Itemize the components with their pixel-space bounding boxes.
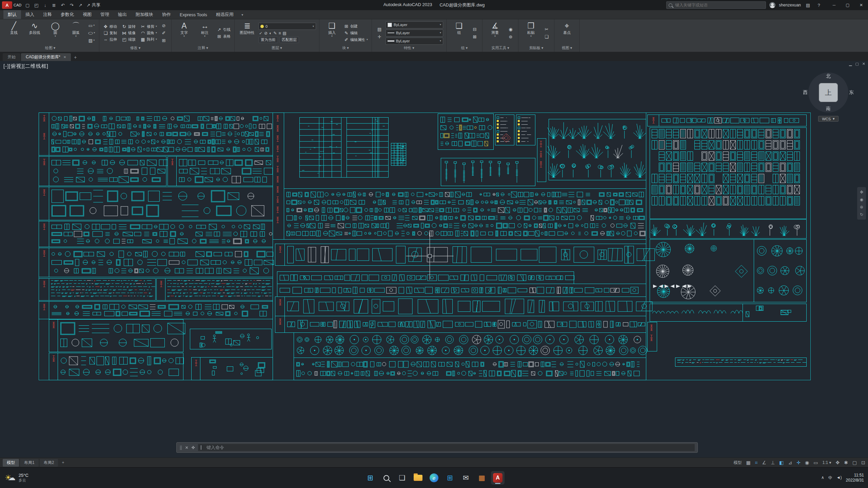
layout-tab-布局1[interactable]: 布局1 bbox=[20, 459, 39, 467]
explode-icon[interactable]: ✐ bbox=[159, 30, 168, 36]
ribbon-button-文字[interactable]: A文字▾ bbox=[175, 20, 194, 45]
search-input[interactable] bbox=[674, 2, 764, 8]
ribbon-button-移动[interactable]: ✥移动 bbox=[102, 24, 118, 29]
erase-icon[interactable]: ⊘ bbox=[159, 22, 168, 29]
maximize-button[interactable]: ▢ bbox=[841, 0, 854, 10]
tray-icon-0[interactable]: ∧ bbox=[821, 475, 824, 481]
panel-label-注释[interactable]: 注释 ▾ bbox=[172, 45, 234, 52]
nav-tool-icon-1[interactable]: ◉ bbox=[860, 197, 863, 202]
properties-icon[interactable]: ▤ bbox=[375, 26, 384, 33]
panel-label-特性[interactable]: 特性 ▾ bbox=[372, 45, 446, 52]
ribbon-tab-6[interactable]: 输出 bbox=[114, 10, 131, 19]
status-toggle-2[interactable]: ⌗ bbox=[755, 460, 758, 466]
viewcube[interactable]: 北 南 西 东 上 WCS ▾ bbox=[803, 73, 854, 122]
ribbon-button-旋转[interactable]: ↻旋转 bbox=[121, 24, 136, 29]
file-tab-1[interactable]: CAD超级分类图库*✕ bbox=[21, 53, 71, 61]
layer-tool-icon-1[interactable]: ⊘ bbox=[264, 31, 268, 36]
ribbon-button-编辑属性[interactable]: ✐编辑属性▾ bbox=[343, 37, 369, 43]
ribbon-tab-more-icon[interactable]: ▾ bbox=[238, 10, 247, 19]
ribbon-tab-2[interactable]: 注释 bbox=[39, 10, 56, 19]
panel-label-绘图[interactable]: 绘图 ▾ bbox=[1, 45, 99, 52]
new-layout-button[interactable]: + bbox=[59, 460, 67, 466]
undo-icon[interactable]: ↶ bbox=[59, 1, 67, 9]
ribbon-button-阵列[interactable]: ▦阵列▾ bbox=[140, 37, 158, 42]
status-toggle-1[interactable]: ▦ bbox=[746, 460, 750, 465]
command-close-icon[interactable]: ✕ bbox=[185, 445, 189, 450]
doc-minimize-icon[interactable]: ▁ bbox=[849, 62, 852, 66]
ribbon-tab-9[interactable]: Express Tools bbox=[175, 10, 212, 19]
panel-label-剪贴板[interactable]: 剪贴板 ▾ bbox=[518, 45, 554, 52]
compass-east[interactable]: 东 bbox=[849, 89, 854, 96]
doc-close-icon[interactable]: ✕ bbox=[862, 62, 865, 66]
panel-label-实用工具[interactable]: 实用工具 ▾ bbox=[482, 45, 518, 52]
mail-icon[interactable]: ✉ bbox=[459, 471, 473, 485]
ribbon-tab-10[interactable]: 精选应用 bbox=[212, 10, 238, 19]
offset-icon[interactable]: ⊞ bbox=[159, 37, 168, 44]
ribbon-tab-7[interactable]: 附加模块 bbox=[131, 10, 158, 19]
status-toggle-8[interactable]: ◉ bbox=[805, 460, 809, 465]
wcs-selector[interactable]: WCS ▾ bbox=[818, 116, 838, 122]
status-toggle-0[interactable]: 模型 bbox=[733, 460, 742, 466]
quick-select-icon[interactable]: ◉ bbox=[506, 26, 515, 33]
rectangle-icon[interactable]: ▭▾ bbox=[87, 22, 96, 29]
compass-west[interactable]: 西 bbox=[803, 89, 808, 96]
start-icon[interactable]: ⊞ bbox=[363, 471, 377, 485]
viewcube-compass[interactable]: 北 南 西 东 上 bbox=[808, 73, 848, 113]
ribbon-button-图层特性[interactable]: ≣图层特性 bbox=[238, 20, 257, 45]
ribbon-button-表格[interactable]: ⊞表格 bbox=[216, 34, 231, 39]
ribbon-tab-1[interactable]: 插入 bbox=[21, 10, 39, 19]
ribbon-button-圆[interactable]: ◯圆▾ bbox=[46, 20, 65, 45]
ribbon-button-置为当前[interactable]: 置为当前 bbox=[258, 37, 278, 43]
search-icon[interactable] bbox=[379, 471, 393, 485]
user-name[interactable]: shenzexuan bbox=[779, 3, 801, 7]
taskbar-weather-widget[interactable]: ☀☁ 25°C 多云 bbox=[5, 473, 28, 483]
user-avatar[interactable] bbox=[769, 2, 775, 8]
ribbon-button-多段线[interactable]: ∿多段线 bbox=[25, 20, 44, 45]
navigation-bar[interactable]: ✥◉⊕↻ bbox=[857, 187, 866, 220]
autocad-icon[interactable]: A bbox=[491, 471, 505, 485]
ribbon-tab-0[interactable]: 默认 bbox=[3, 10, 21, 19]
redo-icon[interactable]: ↷ bbox=[67, 1, 76, 9]
ribbon-button-直线[interactable]: ╱直线 bbox=[4, 20, 23, 45]
ribbon-button-复制[interactable]: ❏复制 bbox=[102, 30, 118, 36]
ribbon-tab-4[interactable]: 视图 bbox=[78, 10, 96, 19]
nav-tool-icon-2[interactable]: ⊕ bbox=[860, 205, 863, 209]
copy-clip-icon[interactable]: ❏ bbox=[542, 34, 551, 40]
plot-icon[interactable]: ≣ bbox=[50, 1, 58, 9]
ribbon-button-拉伸[interactable]: ⇔拉伸 bbox=[102, 37, 118, 42]
ribbon-button-测量[interactable]: ∡测量▾ bbox=[486, 20, 505, 45]
viewcube-top-face[interactable]: 上 bbox=[819, 83, 838, 102]
panel-label-修改[interactable]: 修改 ▾ bbox=[99, 45, 171, 52]
ribbon-tab-3[interactable]: 参数化 bbox=[56, 10, 78, 19]
ribbon-button-圆角[interactable]: ◠圆角▾ bbox=[140, 30, 158, 36]
ribbon-button-修剪[interactable]: ✂修剪▾ bbox=[140, 24, 158, 29]
command-input[interactable]: 键入命令 bbox=[198, 444, 695, 451]
layer-tool-icon-3[interactable]: ✎ bbox=[273, 31, 277, 36]
group-edit-icon[interactable]: ⊠ bbox=[470, 34, 479, 40]
minimize-button[interactable]: ─ bbox=[827, 0, 841, 10]
layer-tool-icon-0[interactable]: ✓ bbox=[259, 31, 262, 36]
ribbon-button-编辑[interactable]: ✎编辑 bbox=[343, 30, 369, 36]
ribbon-button-插入[interactable]: ❑插入▾ bbox=[322, 20, 341, 45]
file-explorer-icon[interactable] bbox=[411, 471, 425, 485]
compass-north[interactable]: 北 bbox=[826, 73, 831, 79]
status-toggle-6[interactable]: ⊿ bbox=[788, 460, 792, 465]
property-combo-line[interactable]: ByLayer▾ bbox=[386, 29, 443, 37]
status-toggle-13[interactable]: ▢ bbox=[852, 460, 857, 465]
tray-icon-2[interactable]: ◄) bbox=[836, 475, 842, 481]
help-search-box[interactable] bbox=[666, 1, 766, 9]
new-icon[interactable]: ▢ bbox=[23, 1, 32, 9]
layer-tool-icon-2[interactable]: ◐ bbox=[269, 31, 272, 36]
command-customize-icon[interactable]: ✜ bbox=[192, 445, 195, 450]
layout-tab-布局2[interactable]: 布局2 bbox=[40, 459, 58, 467]
ribbon-button-引线[interactable]: ↗引线 bbox=[216, 27, 231, 33]
store-icon[interactable]: ⊞ bbox=[443, 471, 457, 485]
help-icon[interactable]: ? bbox=[815, 3, 823, 8]
cut-icon[interactable]: ✂ bbox=[542, 26, 551, 33]
property-combo-weight[interactable]: ByLayer▾ bbox=[386, 38, 443, 45]
ribbon-button-粘贴[interactable]: ❒粘贴▾ bbox=[521, 20, 540, 45]
hatch-icon[interactable]: ▨▾ bbox=[87, 37, 96, 44]
new-tab-button[interactable]: + bbox=[72, 54, 79, 61]
layer-tool-icon-5[interactable]: ▤ bbox=[282, 31, 286, 36]
ribbon-button-组[interactable]: ❏组 bbox=[450, 20, 469, 45]
